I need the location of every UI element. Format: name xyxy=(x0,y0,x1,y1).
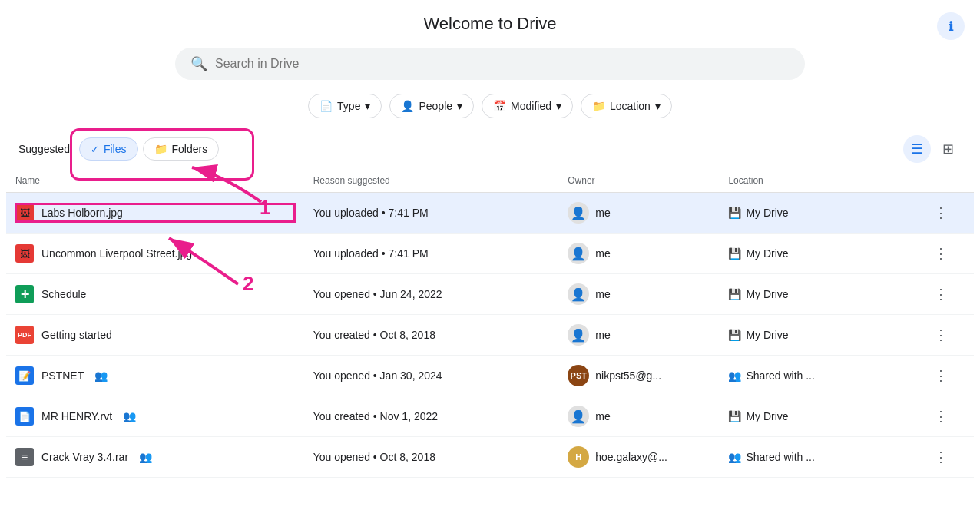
more-button[interactable]: ⋮ xyxy=(929,404,953,429)
suggested-left: Suggested ✓ Files 📁 Folders xyxy=(18,137,219,161)
owner-cell: 👤 me xyxy=(558,234,719,274)
owner-cell: 👤 me xyxy=(558,193,719,234)
more-button[interactable]: ⋮ xyxy=(929,200,953,225)
more-button[interactable]: ⋮ xyxy=(929,282,953,306)
people-chevron-icon: ▾ xyxy=(457,100,462,112)
shared-icon: 👥 xyxy=(139,451,152,463)
file-name: MR HENRY.rvt xyxy=(41,410,112,422)
location-cell: 💾 My Drive xyxy=(719,396,919,437)
modified-label: Modified xyxy=(511,100,551,112)
more-actions-cell: ⋮ xyxy=(919,234,974,274)
list-view-button[interactable]: ☰ xyxy=(903,135,931,163)
people-icon: 👤 xyxy=(401,100,414,112)
avatar: H xyxy=(568,446,589,468)
file-name: Schedule xyxy=(41,288,86,300)
more-actions-cell: ⋮ xyxy=(919,356,974,396)
location-name: My Drive xyxy=(746,207,788,219)
reason-cell: You opened • Oct 8, 2018 xyxy=(304,437,559,478)
avatar: 👤 xyxy=(568,243,589,264)
file-name: Getting started xyxy=(41,329,112,341)
info-icon: ℹ xyxy=(949,19,953,34)
table-row[interactable]: ≡ Crack Vray 3.4.rar 👥 You opened • Oct … xyxy=(6,437,974,478)
files-toggle-button[interactable]: ✓ Files xyxy=(79,137,138,161)
drive-location-icon: 💾 xyxy=(728,410,741,422)
filter-modified-button[interactable]: 📅 Modified ▾ xyxy=(482,94,573,118)
owner-name: me xyxy=(595,288,610,300)
col-location: Location xyxy=(719,169,919,193)
avatar: 👤 xyxy=(568,202,589,224)
files-check-icon: ✓ xyxy=(91,144,99,155)
more-button[interactable]: ⋮ xyxy=(929,363,953,388)
folder-icon: 📁 xyxy=(154,143,167,155)
more-button[interactable]: ⋮ xyxy=(929,241,953,266)
location-name: My Drive xyxy=(746,410,788,422)
more-actions-cell: ⋮ xyxy=(919,274,974,315)
search-bar-wrapper: 🔍 xyxy=(0,41,980,91)
people-label: People xyxy=(419,100,452,112)
reason-cell: You opened • Jun 24, 2022 xyxy=(304,274,559,315)
filter-type-button[interactable]: 📄 Type ▾ xyxy=(308,94,382,118)
modified-icon: 📅 xyxy=(493,100,506,112)
file-name-cell: ≡ Crack Vray 3.4.rar 👥 xyxy=(6,437,304,478)
owner-name: me xyxy=(595,329,610,341)
shared-location-icon: 👥 xyxy=(728,369,741,382)
table-row[interactable]: ✛ Schedule You opened • Jun 24, 2022 👤 m… xyxy=(6,274,974,315)
files-toggle-label: Files xyxy=(104,143,127,155)
file-name-cell: PDF Getting started xyxy=(6,315,304,356)
location-name: My Drive xyxy=(746,288,788,300)
page-title: Welcome to Drive xyxy=(423,14,556,34)
drive-location-icon: 💾 xyxy=(728,329,741,341)
drive-location-icon: 💾 xyxy=(728,207,741,219)
owner-cell: 👤 me xyxy=(558,274,719,315)
grid-view-icon: ⊞ xyxy=(942,141,954,157)
location-cell: 👥 Shared with ... xyxy=(719,356,919,396)
file-name-cell: ✛ Schedule xyxy=(6,274,304,315)
file-name-cell: 📄 MR HENRY.rvt 👥 xyxy=(6,396,304,437)
reason-cell: You created • Oct 8, 2018 xyxy=(304,315,559,356)
table-row[interactable]: 🖼 Labs Holborn.jpg You uploaded • 7:41 P… xyxy=(6,193,974,234)
more-button[interactable]: ⋮ xyxy=(929,445,953,469)
location-filter-icon: 📁 xyxy=(592,100,605,112)
avatar: 👤 xyxy=(568,283,589,305)
owner-cell: 👤 me xyxy=(558,396,719,437)
owner-cell: PST nikpst55@g... xyxy=(558,356,719,396)
owner-cell: 👤 me xyxy=(558,315,719,356)
folders-toggle-button[interactable]: 📁 Folders xyxy=(143,137,220,161)
table-row[interactable]: 🖼 Uncommon Liverpool Street.jpg You uplo… xyxy=(6,234,974,274)
file-name: Labs Holborn.jpg xyxy=(41,207,123,219)
avatar: 👤 xyxy=(568,406,589,427)
file-name: Uncommon Liverpool Street.jpg xyxy=(41,247,192,260)
owner-name: me xyxy=(595,410,610,422)
info-button[interactable]: ℹ xyxy=(937,12,965,40)
table-header-row: Name Reason suggested Owner Location xyxy=(6,169,974,193)
search-input[interactable] xyxy=(215,57,790,71)
owner-name: me xyxy=(595,247,610,260)
avatar: PST xyxy=(568,365,589,386)
filter-location-button[interactable]: 📁 Location ▾ xyxy=(581,94,672,118)
shared-icon: 👥 xyxy=(94,369,108,382)
type-label: Type xyxy=(337,100,360,112)
owner-name: me xyxy=(595,207,610,219)
more-actions-cell: ⋮ xyxy=(919,437,974,478)
more-actions-cell: ⋮ xyxy=(919,315,974,356)
folders-toggle-label: Folders xyxy=(172,143,208,155)
file-name: Crack Vray 3.4.rar xyxy=(41,451,128,463)
drive-location-icon: 💾 xyxy=(728,288,741,300)
reason-cell: You uploaded • 7:41 PM xyxy=(304,234,559,274)
col-owner: Owner xyxy=(558,169,719,193)
location-cell: 💾 My Drive xyxy=(719,315,919,356)
modified-chevron-icon: ▾ xyxy=(556,100,561,112)
file-name-cell: 🖼 Uncommon Liverpool Street.jpg xyxy=(6,234,304,274)
grid-view-button[interactable]: ⊞ xyxy=(934,135,962,163)
shared-location-icon: 👥 xyxy=(728,451,741,463)
filter-people-button[interactable]: 👤 People ▾ xyxy=(389,94,474,118)
suggested-label: Suggested xyxy=(18,143,70,155)
more-button[interactable]: ⋮ xyxy=(929,323,953,347)
search-icon: 🔍 xyxy=(190,55,207,72)
type-icon: 📄 xyxy=(319,100,333,112)
table-row[interactable]: PDF Getting started You created • Oct 8,… xyxy=(6,315,974,356)
suggested-header: Suggested ✓ Files 📁 Folders ☰ ⊞ xyxy=(0,131,980,169)
table-row[interactable]: 📝 PSTNET 👥 You opened • Jan 30, 2024 PST… xyxy=(6,356,974,396)
table-row[interactable]: 📄 MR HENRY.rvt 👥 You created • Nov 1, 20… xyxy=(6,396,974,437)
avatar: 👤 xyxy=(568,324,589,346)
